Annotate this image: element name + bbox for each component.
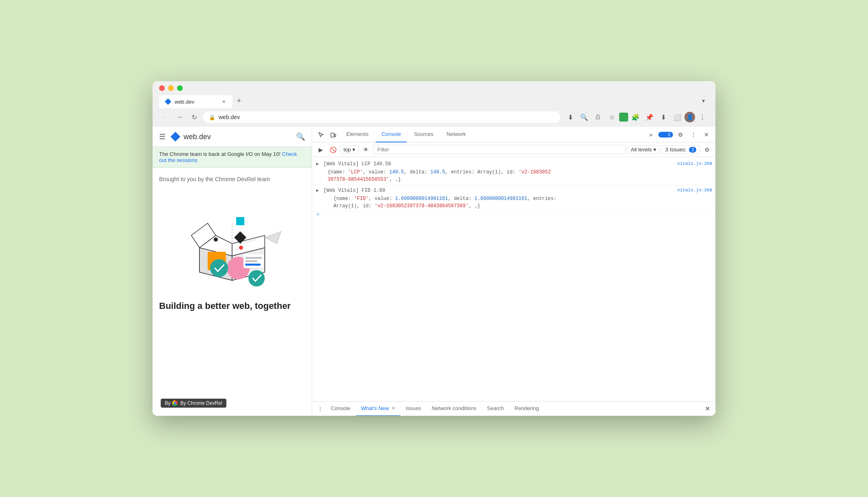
announcement-bar: The Chrome team is back at Google I/O on…: [153, 147, 312, 168]
console-entry-header-lcp: [Web Vitals] LCP 140.50: [323, 161, 391, 167]
devtools-left-icons: [315, 129, 339, 140]
bottom-tab-issues[interactable]: Issues: [401, 402, 426, 416]
hamburger-menu-icon[interactable]: ☰: [159, 132, 166, 141]
svg-point-13: [214, 237, 218, 242]
bottom-tab-whatsnew[interactable]: What's New ✕: [356, 402, 400, 416]
active-tab[interactable]: web.dev ✕: [159, 95, 232, 108]
tabs-chevron-icon[interactable]: ▾: [698, 97, 709, 108]
source-link-fid[interactable]: vitals.js:208: [677, 187, 712, 194]
settings-icon[interactable]: ⚙: [675, 129, 686, 140]
webpage-content: Brought to you by the Chrome DevRel team: [153, 168, 312, 416]
bottom-tab-console[interactable]: Console: [326, 402, 355, 416]
extension-icon[interactable]: [619, 113, 628, 122]
top-context-dropdown[interactable]: top ▾: [340, 145, 359, 154]
bottom-tabs-menu-icon[interactable]: ⋮: [315, 404, 325, 414]
title-bar: web.dev ✕ + ▾: [153, 81, 715, 108]
more-menu-icon[interactable]: ⋮: [696, 111, 709, 124]
browser-window: web.dev ✕ + ▾ ← → ↻ 🔒 web.dev ⬇ 🔍 ⎙ ☆ 🧩 …: [153, 81, 715, 416]
run-script-icon[interactable]: ▶: [315, 144, 326, 155]
announcement-text: The Chrome team is back at Google I/O on…: [159, 151, 281, 157]
svg-rect-9: [245, 257, 262, 259]
page-bottom-heading: Building a better web, together: [159, 301, 305, 311]
share-icon[interactable]: ⎙: [591, 111, 604, 124]
bottom-panel-close-icon[interactable]: ✕: [702, 404, 712, 414]
prompt-arrow-icon: ›: [316, 211, 319, 217]
devtools-more-icon[interactable]: ⋮: [688, 129, 699, 140]
whatsnew-tab-close[interactable]: ✕: [392, 406, 395, 411]
expand-arrow-fid[interactable]: ▶: [316, 187, 319, 194]
svg-rect-10: [245, 260, 257, 262]
bottom-tab-network-conditions[interactable]: Network conditions: [427, 402, 481, 416]
main-area: ☰ web.dev 🔍 The Chrome team is back at G…: [153, 127, 715, 416]
download-page-icon[interactable]: ⬇: [564, 111, 577, 124]
back-button[interactable]: ←: [159, 111, 170, 123]
url-bar[interactable]: 🔒 web.dev: [203, 111, 560, 123]
tab-console[interactable]: Console: [376, 127, 407, 142]
source-link-lcp[interactable]: vitals.js:208: [677, 160, 712, 167]
new-tab-button[interactable]: +: [233, 97, 245, 108]
issues-badge[interactable]: 3: [658, 132, 673, 138]
tooltip-text: By Chrome DevRel: [180, 400, 222, 406]
tab-sources[interactable]: Sources: [408, 127, 439, 142]
bottom-tab-search[interactable]: Search: [482, 402, 509, 416]
console-output: ▶ vitals.js:208 [Web Vitals] LCP 140.50 …: [312, 157, 715, 401]
log-levels-dropdown[interactable]: All levels ▾: [627, 145, 660, 154]
tab-favicon-icon: [165, 98, 171, 105]
device-toolbar-icon[interactable]: [328, 129, 339, 140]
webdev-logo[interactable]: web.dev: [170, 132, 211, 142]
traffic-lights: [159, 85, 709, 91]
tab-title: web.dev: [175, 99, 217, 105]
console-toolbar: ▶ 🚫 top ▾ 👁 All levels ▾ 3 Issues: 3 ⚙: [312, 142, 715, 157]
console-prompt[interactable]: ›: [312, 212, 715, 217]
address-bar: ← → ↻ 🔒 web.dev ⬇ 🔍 ⎙ ☆ 🧩 📌 ⬇ ⬜ 👤 ⋮: [153, 108, 715, 127]
split-screen-icon[interactable]: ⬜: [671, 111, 684, 124]
console-settings-icon[interactable]: ⚙: [702, 144, 712, 155]
hero-illustration: [175, 191, 289, 297]
avatar[interactable]: 👤: [684, 112, 695, 122]
webdev-site-title: web.dev: [184, 133, 211, 141]
close-traffic-light[interactable]: [159, 85, 165, 91]
svg-rect-14: [236, 217, 244, 225]
devtools-close-icon[interactable]: ✕: [701, 129, 712, 140]
svg-rect-11: [245, 264, 261, 266]
bottom-tab-rendering[interactable]: Rendering: [509, 402, 544, 416]
console-entry-lcp: ▶ vitals.js:208 [Web Vitals] LCP 140.50 …: [312, 159, 715, 185]
forward-button[interactable]: →: [174, 111, 185, 123]
console-entry-header-fid: [Web Vitals] FID 1.60: [323, 188, 385, 193]
select-element-icon[interactable]: [315, 129, 327, 140]
chat-icon: [661, 132, 666, 137]
bookmark-icon[interactable]: ☆: [605, 111, 618, 124]
brought-by-text: Brought to you by the Chrome DevRel team: [159, 176, 305, 182]
svg-rect-22: [334, 134, 336, 137]
tab-close-button[interactable]: ✕: [220, 98, 227, 105]
more-tabs-icon[interactable]: »: [645, 129, 657, 140]
expand-arrow-lcp[interactable]: ▶: [316, 161, 319, 168]
svg-point-16: [248, 270, 265, 286]
url-text: web.dev: [219, 114, 240, 120]
minimize-traffic-light[interactable]: [168, 85, 174, 91]
chrome-icon: [172, 400, 178, 406]
webdev-favicon-icon: [170, 132, 180, 142]
devtools-panel: Elements Console Sources Network »: [312, 127, 715, 416]
devtools-header: Elements Console Sources Network »: [312, 127, 715, 142]
issues-count-badge[interactable]: 3 Issues: 3: [662, 145, 700, 154]
svg-point-17: [239, 246, 243, 250]
maximize-traffic-light[interactable]: [177, 85, 183, 91]
puzzle-icon[interactable]: 🧩: [629, 111, 642, 124]
pin-icon[interactable]: 📌: [643, 111, 656, 124]
webpage-search-icon[interactable]: 🔍: [296, 132, 305, 141]
console-filter-input[interactable]: [373, 145, 625, 154]
eye-icon[interactable]: 👁: [361, 144, 371, 155]
clear-console-icon[interactable]: 🚫: [328, 144, 338, 155]
zoom-icon[interactable]: 🔍: [578, 111, 591, 124]
console-entry-fid: ▶ vitals.js:208 [Web Vitals] FID 1.60 {n…: [312, 185, 715, 212]
reload-button[interactable]: ↻: [188, 111, 200, 123]
svg-point-15: [210, 259, 228, 277]
tab-elements[interactable]: Elements: [341, 127, 374, 142]
svg-rect-23: [662, 133, 666, 136]
save-icon[interactable]: ⬇: [657, 111, 670, 124]
webpage-header: ☰ web.dev 🔍: [153, 127, 312, 147]
tab-network[interactable]: Network: [441, 127, 472, 142]
webpage-panel: ☰ web.dev 🔍 The Chrome team is back at G…: [153, 127, 312, 416]
chrome-devrel-tooltip: By By Chrome DevRel: [161, 399, 226, 408]
